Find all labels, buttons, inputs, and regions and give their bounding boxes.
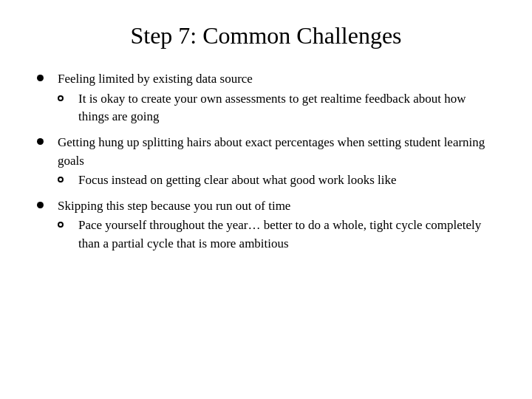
- slide-title: Step 7: Common Challenges: [37, 22, 495, 50]
- bullet-circle-2: [37, 138, 44, 145]
- sub-items-2: Focus instead on getting clear about wha…: [58, 171, 495, 190]
- sub-text-3-1: Pace yourself throughout the year… bette…: [78, 216, 495, 253]
- bullet-text-2: Getting hung up splitting hairs about ex…: [58, 134, 495, 170]
- sub-circle-1-1: [58, 95, 64, 101]
- bullet-circle-3: [37, 202, 44, 208]
- sub-item-3-1: Pace yourself throughout the year… bette…: [58, 216, 495, 253]
- bullet-dot-1: [37, 70, 58, 81]
- sub-item-1-1: It is okay to create your own assessment…: [58, 90, 495, 126]
- sub-text-1-1: It is okay to create your own assessment…: [78, 90, 495, 126]
- bullet-circle-1: [37, 75, 44, 81]
- bullet-main-3: Skipping this step because you run out o…: [37, 197, 495, 216]
- bullet-item-2: Getting hung up splitting hairs about ex…: [37, 134, 495, 190]
- bullet-item-3: Skipping this step because you run out o…: [37, 197, 495, 253]
- bullet-text-3: Skipping this step because you run out o…: [58, 197, 495, 216]
- bullet-item-1: Feeling limited by existing data source …: [37, 70, 495, 126]
- sub-circle-3-1: [58, 222, 64, 228]
- sub-dot-3-1: [58, 216, 78, 228]
- sub-items-3: Pace yourself throughout the year… bette…: [58, 216, 495, 253]
- bullet-main-2: Getting hung up splitting hairs about ex…: [37, 134, 495, 170]
- bullet-dot-3: [37, 197, 58, 208]
- sub-item-2-1: Focus instead on getting clear about wha…: [58, 171, 495, 190]
- sub-circle-2-1: [58, 177, 64, 183]
- bullet-text-1: Feeling limited by existing data source: [58, 70, 495, 89]
- slide: Step 7: Common Challenges Feeling limite…: [0, 0, 532, 399]
- bullet-main-1: Feeling limited by existing data source: [37, 70, 495, 89]
- bullet-dot-2: [37, 134, 58, 145]
- sub-items-1: It is okay to create your own assessment…: [58, 90, 495, 126]
- content-area: Feeling limited by existing data source …: [37, 70, 495, 261]
- sub-dot-2-1: [58, 171, 78, 183]
- sub-dot-1-1: [58, 90, 78, 101]
- sub-text-2-1: Focus instead on getting clear about wha…: [78, 171, 495, 190]
